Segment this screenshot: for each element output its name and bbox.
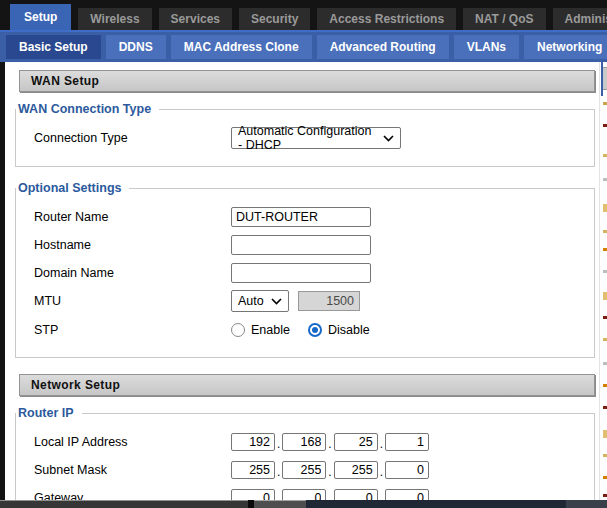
help-text-fragment <box>603 204 607 212</box>
help-text-fragment <box>603 384 607 387</box>
octet-dot: . <box>380 465 383 479</box>
local-ip-octet-4[interactable] <box>385 433 429 451</box>
radio-checked-icon[interactable] <box>308 323 322 337</box>
subtab-advanced-routing[interactable]: Advanced Routing <box>317 35 449 59</box>
subnet-mask-octet-1[interactable] <box>231 461 275 479</box>
help-text-fragment <box>603 316 607 319</box>
sub-tab-bar: Basic Setup DDNS MAC Address Clone Advan… <box>0 30 607 62</box>
gateway-octet-3[interactable] <box>334 489 378 501</box>
local-ip-octet-3[interactable] <box>334 433 378 451</box>
hostname-row: Hostname <box>34 234 594 255</box>
bottom-scrollbar[interactable] <box>0 500 607 508</box>
subnet-mask-octets: . . . <box>231 461 429 479</box>
mtu-row: MTU Auto <box>34 290 594 312</box>
router-ip-group: Router IP Local IP Address . . . Subnet … <box>15 406 595 500</box>
subtab-ddns[interactable]: DDNS <box>106 35 166 59</box>
local-ip-row: Local IP Address . . . <box>34 431 594 452</box>
mtu-label: MTU <box>34 294 231 308</box>
domain-name-input[interactable] <box>231 263 371 283</box>
router-name-input[interactable] <box>231 207 371 227</box>
mtu-selected-value: Auto <box>238 294 264 308</box>
octet-dot: . <box>277 465 280 479</box>
stp-row: STP Enable Disable <box>34 319 594 340</box>
subnet-mask-label: Subnet Mask <box>34 463 231 477</box>
help-text-fragment <box>603 292 607 300</box>
main-area: WAN Setup WAN Connection Type Connection… <box>0 62 607 500</box>
domain-name-row: Domain Name <box>34 262 594 283</box>
subnet-mask-octet-2[interactable] <box>282 461 326 479</box>
chevron-down-icon <box>383 135 394 142</box>
router-name-label: Router Name <box>34 210 231 224</box>
subtab-mac-address-clone[interactable]: MAC Address Clone <box>171 35 312 59</box>
local-ip-octet-1[interactable] <box>231 433 275 451</box>
help-text-fragment <box>603 248 607 251</box>
gateway-octets: . . . <box>231 489 429 501</box>
domain-name-label: Domain Name <box>34 266 231 280</box>
tab-administration[interactable]: Administration <box>553 8 607 30</box>
stp-enable-option[interactable]: Enable <box>231 323 290 337</box>
mtu-size-input <box>298 291 360 311</box>
subnet-mask-octet-3[interactable] <box>334 461 378 479</box>
help-text-fragment <box>603 362 607 365</box>
subtab-networking[interactable]: Networking <box>524 35 607 59</box>
help-text-fragment <box>603 406 607 409</box>
octet-dot: . <box>277 493 280 501</box>
main-tab-bar: Setup Wireless Services Security Access … <box>0 0 607 30</box>
scrollbar-thumb[interactable] <box>0 500 248 508</box>
help-text-fragment <box>603 230 607 233</box>
stp-disable-label: Disable <box>328 323 370 337</box>
gateway-row: Gateway . . . <box>34 487 594 500</box>
help-text-fragment <box>603 178 607 181</box>
octet-dot: . <box>328 465 331 479</box>
local-ip-octet-2[interactable] <box>282 433 326 451</box>
subtab-vlans[interactable]: VLANs <box>454 35 519 59</box>
help-text-fragment <box>603 494 607 497</box>
stp-radio-group: Enable Disable <box>231 323 370 337</box>
tab-services[interactable]: Services <box>159 8 232 30</box>
connection-type-label: Connection Type <box>34 131 231 145</box>
radio-unchecked-icon[interactable] <box>231 323 245 337</box>
gateway-octet-1[interactable] <box>231 489 275 501</box>
subnet-mask-row: Subnet Mask . . . <box>34 459 594 480</box>
help-text-fragment <box>603 154 607 157</box>
optional-settings-legend: Optional Settings <box>16 181 129 195</box>
connection-type-row: Connection Type Automatic Configuration … <box>34 127 594 149</box>
help-text-fragment <box>603 476 607 479</box>
gateway-octet-2[interactable] <box>282 489 326 501</box>
octet-dot: . <box>328 493 331 501</box>
hostname-label: Hostname <box>34 238 231 252</box>
stp-enable-label: Enable <box>251 323 290 337</box>
tab-nat-qos[interactable]: NAT / QoS <box>463 8 545 30</box>
connection-type-select[interactable]: Automatic Configuration - DHCP <box>231 127 401 149</box>
local-ip-octets: . . . <box>231 433 429 451</box>
gateway-label: Gateway <box>34 491 231 501</box>
local-ip-label: Local IP Address <box>34 435 231 449</box>
connection-type-selected-value: Automatic Configuration - DHCP <box>238 124 377 152</box>
mtu-select[interactable]: Auto <box>231 290 289 312</box>
help-text-fragment <box>603 454 607 457</box>
router-name-row: Router Name <box>34 206 594 227</box>
subnet-mask-octet-4[interactable] <box>385 461 429 479</box>
scrollbar-segment <box>254 500 306 508</box>
stp-label: STP <box>34 323 231 337</box>
hostname-input[interactable] <box>231 235 371 255</box>
help-text-fragment <box>603 338 607 341</box>
router-admin-screen: Setup Wireless Services Security Access … <box>0 0 607 508</box>
scrollbar-end <box>566 500 607 508</box>
content-pane: WAN Setup WAN Connection Type Connection… <box>5 62 599 500</box>
tab-access-restrictions[interactable]: Access Restrictions <box>317 8 456 30</box>
network-setup-header: Network Setup <box>19 374 595 396</box>
tab-setup[interactable]: Setup <box>10 4 71 30</box>
octet-dot: . <box>328 437 331 451</box>
wan-setup-header: WAN Setup <box>19 70 595 92</box>
scrollbar-track <box>306 500 566 508</box>
octet-dot: . <box>380 493 383 501</box>
gateway-octet-4[interactable] <box>385 489 429 501</box>
optional-settings-group: Optional Settings Router Name Hostname D… <box>15 181 595 358</box>
chevron-down-icon <box>271 298 282 305</box>
tab-wireless[interactable]: Wireless <box>78 8 151 30</box>
tab-security[interactable]: Security <box>239 8 310 30</box>
octet-dot: . <box>380 437 383 451</box>
stp-disable-option[interactable]: Disable <box>308 323 370 337</box>
subtab-basic-setup[interactable]: Basic Setup <box>6 35 101 59</box>
